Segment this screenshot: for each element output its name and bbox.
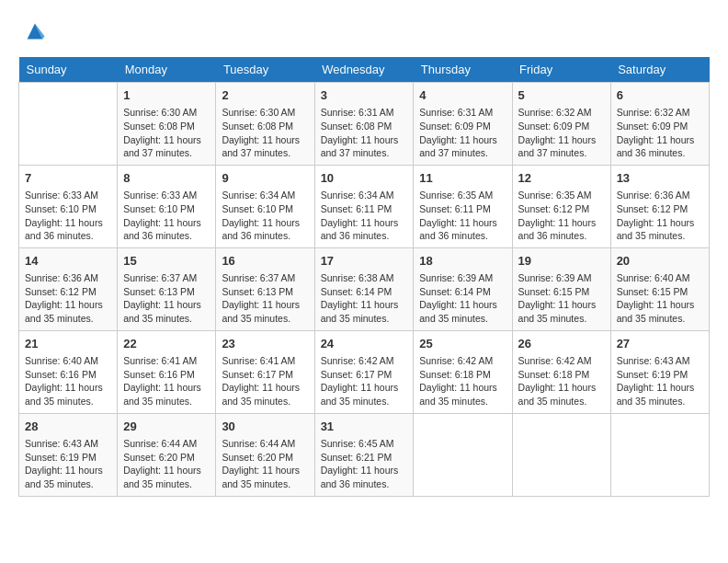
calendar-cell: 20Sunrise: 6:40 AM Sunset: 6:15 PM Dayli… [610, 247, 709, 330]
calendar-cell: 14Sunrise: 6:36 AM Sunset: 6:12 PM Dayli… [19, 247, 118, 330]
calendar-week-row: 7Sunrise: 6:33 AM Sunset: 6:10 PM Daylig… [19, 165, 710, 247]
calendar-cell: 11Sunrise: 6:35 AM Sunset: 6:11 PM Dayli… [414, 165, 512, 247]
column-header-monday: Monday [118, 57, 216, 83]
day-number: 14 [25, 253, 111, 270]
calendar-cell [512, 413, 610, 496]
day-number: 9 [222, 170, 308, 187]
calendar-week-row: 1Sunrise: 6:30 AM Sunset: 6:08 PM Daylig… [19, 83, 710, 166]
calendar-cell: 16Sunrise: 6:37 AM Sunset: 6:13 PM Dayli… [216, 247, 314, 330]
calendar-cell: 26Sunrise: 6:42 AM Sunset: 6:18 PM Dayli… [512, 330, 610, 413]
day-number: 12 [518, 170, 605, 187]
calendar-table: SundayMondayTuesdayWednesdayThursdayFrid… [18, 57, 710, 497]
day-number: 24 [321, 336, 408, 352]
day-number: 29 [123, 419, 210, 435]
day-number: 10 [321, 170, 408, 187]
calendar-cell: 30Sunrise: 6:44 AM Sunset: 6:20 PM Dayli… [216, 413, 314, 496]
day-number: 26 [518, 336, 605, 352]
day-number: 15 [123, 253, 210, 270]
calendar-cell: 7Sunrise: 6:33 AM Sunset: 6:10 PM Daylig… [19, 165, 118, 247]
calendar-week-row: 14Sunrise: 6:36 AM Sunset: 6:12 PM Dayli… [19, 247, 710, 330]
day-number: 27 [617, 336, 703, 352]
calendar-cell [19, 83, 118, 166]
calendar-cell: 23Sunrise: 6:41 AM Sunset: 6:17 PM Dayli… [216, 330, 314, 413]
calendar-cell: 21Sunrise: 6:40 AM Sunset: 6:16 PM Dayli… [19, 330, 118, 413]
cell-info: Sunrise: 6:33 AM Sunset: 6:10 PM Dayligh… [25, 189, 111, 243]
cell-info: Sunrise: 6:41 AM Sunset: 6:16 PM Dayligh… [123, 354, 210, 408]
calendar-cell: 28Sunrise: 6:43 AM Sunset: 6:19 PM Dayli… [19, 413, 118, 496]
cell-info: Sunrise: 6:45 AM Sunset: 6:21 PM Dayligh… [321, 437, 408, 491]
day-number: 7 [25, 170, 111, 187]
day-number: 25 [419, 336, 506, 352]
cell-info: Sunrise: 6:41 AM Sunset: 6:17 PM Dayligh… [222, 354, 308, 408]
day-number: 19 [518, 253, 605, 270]
cell-info: Sunrise: 6:40 AM Sunset: 6:15 PM Dayligh… [617, 271, 703, 326]
day-number: 3 [321, 87, 408, 104]
day-number: 23 [222, 336, 308, 352]
day-number: 30 [222, 419, 308, 435]
cell-info: Sunrise: 6:37 AM Sunset: 6:13 PM Dayligh… [222, 271, 308, 326]
calendar-cell: 29Sunrise: 6:44 AM Sunset: 6:20 PM Dayli… [118, 413, 216, 496]
cell-info: Sunrise: 6:36 AM Sunset: 6:12 PM Dayligh… [617, 189, 703, 243]
cell-info: Sunrise: 6:30 AM Sunset: 6:08 PM Dayligh… [222, 106, 308, 160]
day-number: 21 [25, 336, 111, 352]
cell-info: Sunrise: 6:32 AM Sunset: 6:09 PM Dayligh… [518, 106, 605, 160]
cell-info: Sunrise: 6:39 AM Sunset: 6:14 PM Dayligh… [419, 271, 506, 326]
calendar-cell: 15Sunrise: 6:37 AM Sunset: 6:13 PM Dayli… [118, 247, 216, 330]
day-number: 13 [617, 170, 703, 187]
calendar-cell: 19Sunrise: 6:39 AM Sunset: 6:15 PM Dayli… [512, 247, 610, 330]
page-header [18, 18, 710, 48]
column-header-wednesday: Wednesday [314, 57, 414, 83]
cell-info: Sunrise: 6:42 AM Sunset: 6:18 PM Dayligh… [518, 354, 605, 408]
calendar-cell: 6Sunrise: 6:32 AM Sunset: 6:09 PM Daylig… [610, 83, 709, 166]
calendar-cell [414, 413, 512, 496]
calendar-cell: 13Sunrise: 6:36 AM Sunset: 6:12 PM Dayli… [610, 165, 709, 247]
day-number: 16 [222, 253, 308, 270]
column-header-tuesday: Tuesday [216, 57, 314, 83]
calendar-cell: 27Sunrise: 6:43 AM Sunset: 6:19 PM Dayli… [610, 330, 709, 413]
cell-info: Sunrise: 6:37 AM Sunset: 6:13 PM Dayligh… [123, 271, 210, 326]
calendar-cell: 25Sunrise: 6:42 AM Sunset: 6:18 PM Dayli… [414, 330, 512, 413]
calendar-week-row: 28Sunrise: 6:43 AM Sunset: 6:19 PM Dayli… [19, 413, 710, 496]
cell-info: Sunrise: 6:36 AM Sunset: 6:12 PM Dayligh… [25, 271, 111, 326]
cell-info: Sunrise: 6:43 AM Sunset: 6:19 PM Dayligh… [25, 437, 111, 491]
calendar-cell: 2Sunrise: 6:30 AM Sunset: 6:08 PM Daylig… [216, 83, 314, 166]
day-number: 22 [123, 336, 210, 352]
calendar-header-row: SundayMondayTuesdayWednesdayThursdayFrid… [19, 57, 710, 83]
cell-info: Sunrise: 6:31 AM Sunset: 6:09 PM Dayligh… [419, 106, 506, 160]
calendar-cell: 31Sunrise: 6:45 AM Sunset: 6:21 PM Dayli… [314, 413, 414, 496]
day-number: 2 [222, 87, 308, 104]
calendar-cell: 5Sunrise: 6:32 AM Sunset: 6:09 PM Daylig… [512, 83, 610, 166]
calendar-cell: 4Sunrise: 6:31 AM Sunset: 6:09 PM Daylig… [414, 83, 512, 166]
cell-info: Sunrise: 6:44 AM Sunset: 6:20 PM Dayligh… [222, 437, 308, 491]
column-header-sunday: Sunday [19, 57, 118, 83]
cell-info: Sunrise: 6:32 AM Sunset: 6:09 PM Dayligh… [617, 106, 703, 160]
day-number: 6 [617, 87, 703, 104]
calendar-cell: 9Sunrise: 6:34 AM Sunset: 6:10 PM Daylig… [216, 165, 314, 247]
logo [18, 18, 48, 48]
day-number: 8 [123, 170, 210, 187]
cell-info: Sunrise: 6:40 AM Sunset: 6:16 PM Dayligh… [25, 354, 111, 408]
day-number: 18 [419, 253, 506, 270]
cell-info: Sunrise: 6:42 AM Sunset: 6:18 PM Dayligh… [419, 354, 506, 408]
day-number: 1 [123, 87, 210, 104]
day-number: 17 [321, 253, 408, 270]
cell-info: Sunrise: 6:38 AM Sunset: 6:14 PM Dayligh… [321, 271, 408, 326]
calendar-cell: 1Sunrise: 6:30 AM Sunset: 6:08 PM Daylig… [118, 83, 216, 166]
cell-info: Sunrise: 6:33 AM Sunset: 6:10 PM Dayligh… [123, 189, 210, 243]
cell-info: Sunrise: 6:35 AM Sunset: 6:12 PM Dayligh… [518, 189, 605, 243]
cell-info: Sunrise: 6:34 AM Sunset: 6:10 PM Dayligh… [222, 189, 308, 243]
logo-icon [22, 18, 48, 44]
calendar-cell: 3Sunrise: 6:31 AM Sunset: 6:08 PM Daylig… [314, 83, 414, 166]
calendar-cell: 12Sunrise: 6:35 AM Sunset: 6:12 PM Dayli… [512, 165, 610, 247]
day-number: 5 [518, 87, 605, 104]
calendar-cell [610, 413, 709, 496]
cell-info: Sunrise: 6:42 AM Sunset: 6:17 PM Dayligh… [321, 354, 408, 408]
calendar-cell: 10Sunrise: 6:34 AM Sunset: 6:11 PM Dayli… [314, 165, 414, 247]
day-number: 11 [419, 170, 506, 187]
day-number: 31 [321, 419, 408, 435]
day-number: 4 [419, 87, 506, 104]
calendar-cell: 18Sunrise: 6:39 AM Sunset: 6:14 PM Dayli… [414, 247, 512, 330]
calendar-cell: 22Sunrise: 6:41 AM Sunset: 6:16 PM Dayli… [118, 330, 216, 413]
column-header-thursday: Thursday [414, 57, 512, 83]
calendar-cell: 24Sunrise: 6:42 AM Sunset: 6:17 PM Dayli… [314, 330, 414, 413]
